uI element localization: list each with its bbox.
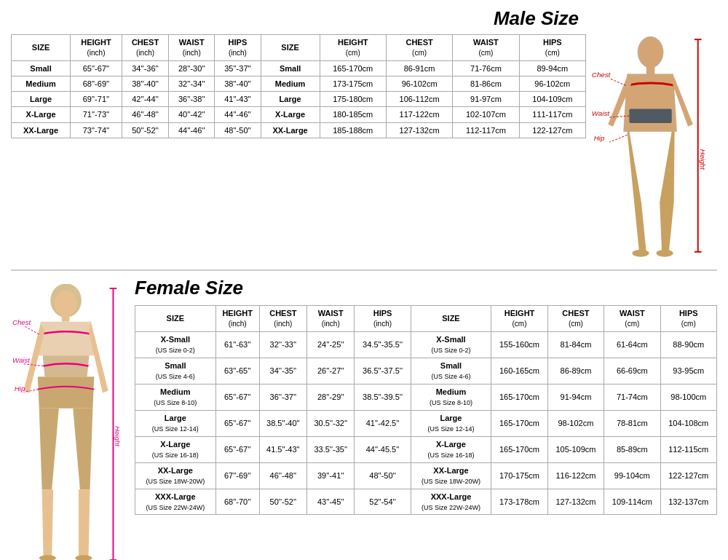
male-cell: 41''-43'' xyxy=(215,92,261,107)
svg-point-21 xyxy=(39,555,56,560)
male-section: Male Size SIZE HEIGHT(inch) CHEST(inch) … xyxy=(11,7,717,262)
male-cell: 71''-73'' xyxy=(71,107,122,122)
female-cell: 165-170cm xyxy=(491,410,547,436)
section-divider xyxy=(11,269,717,271)
male-cell: 32''-34'' xyxy=(169,76,215,91)
female-cell: 112-115cm xyxy=(660,436,716,462)
male-cell: Small xyxy=(261,60,320,76)
female-cell: 61-64cm xyxy=(604,331,660,358)
svg-text:Hip: Hip xyxy=(593,134,604,142)
female-cell: 105-109cm xyxy=(547,436,604,462)
female-cell: 104-108cm xyxy=(660,410,716,436)
female-cell: 36.5''-37.5'' xyxy=(355,358,411,384)
female-cell: 173-178cm xyxy=(491,489,547,515)
male-cell: 48''-50'' xyxy=(215,122,261,138)
male-figure-svg: Chest Waist Hip Height xyxy=(588,29,716,262)
female-cell: 65''-67'' xyxy=(215,436,259,462)
female-cell: XXX-Large(US Size 22W-24W) xyxy=(135,489,216,515)
female-cell: 109-114cm xyxy=(604,489,660,515)
male-table-row: Large69''-71''42''-44''36''-38''41''-43'… xyxy=(12,92,586,107)
male-col-height-inch: HEIGHT(inch) xyxy=(71,35,122,61)
female-cell: 88-90cm xyxy=(660,331,716,358)
female-cell: 34.5''-35.5'' xyxy=(355,331,411,358)
female-cell: 65''-67'' xyxy=(215,410,259,436)
male-cell: 73''-74'' xyxy=(71,122,122,138)
svg-line-23 xyxy=(23,326,39,334)
female-cell: X-Small(US Size 0-2) xyxy=(411,331,491,358)
male-cell: 81-86cm xyxy=(453,76,519,91)
male-table-row: XX-Large73''-74''50''-52''44''-46''48''-… xyxy=(12,122,586,138)
female-col-hips-cm: HIPS(cm) xyxy=(660,306,716,332)
svg-rect-20 xyxy=(62,315,70,322)
svg-point-6 xyxy=(632,250,649,257)
male-table-row: Medium68''-69''38''-40''32''-34''38''-40… xyxy=(12,76,586,91)
svg-point-7 xyxy=(656,250,673,257)
female-cell: 170-175cm xyxy=(491,462,547,489)
female-cell: 78-81cm xyxy=(604,410,660,436)
male-table-row: X-Large71''-73''46''-48''40''-42''44''-4… xyxy=(12,107,586,122)
male-cell: 102-107cm xyxy=(453,107,519,122)
female-cell: 116-122cm xyxy=(547,462,604,489)
female-figure-area: Chest Waist Hip Height xyxy=(11,277,127,560)
female-cell: 67''-69'' xyxy=(215,462,259,489)
female-col-waist-cm: WAIST(cm) xyxy=(604,306,660,332)
male-cell: Large xyxy=(261,92,320,107)
male-cell: 34''-36'' xyxy=(122,60,168,76)
female-cell: 132-137cm xyxy=(660,489,716,515)
male-col-waist-inch: WAIST(inch) xyxy=(169,35,215,61)
male-cell: 111-117cm xyxy=(519,107,585,122)
svg-point-3 xyxy=(638,36,663,68)
male-cell: 28''-30'' xyxy=(169,60,215,76)
male-cell: 96-102cm xyxy=(519,76,585,91)
female-table-area: Female Size SIZE HEIGHT(inch) CHEST(inch… xyxy=(135,277,717,515)
male-cell: 65''-67'' xyxy=(71,60,122,76)
male-col-hips-cm: HIPS(cm) xyxy=(519,35,585,61)
male-table: SIZE HEIGHT(inch) CHEST(inch) WAIST(inch… xyxy=(11,34,586,138)
male-cell: Small xyxy=(12,60,71,76)
female-cell: 71-74cm xyxy=(604,384,660,410)
female-col-chest-cm: CHEST(cm) xyxy=(547,306,604,332)
female-cell: 36''-37'' xyxy=(259,384,306,410)
male-cell: 185-188cm xyxy=(320,122,386,138)
male-cell: 117-122cm xyxy=(386,107,452,122)
male-cell: Medium xyxy=(261,76,320,91)
male-section-title: Male Size xyxy=(11,7,586,30)
female-cell: Small(US Size 4-6) xyxy=(411,358,491,384)
female-cell: 155-160cm xyxy=(491,331,547,358)
female-cell: X-Large(US Size 16-18) xyxy=(411,436,491,462)
male-cell: 38''-40'' xyxy=(215,76,261,91)
female-cell: 38.5''-39.5'' xyxy=(355,384,411,410)
female-col-size-inch: SIZE xyxy=(135,306,216,332)
male-cell: 44''-46'' xyxy=(169,122,215,138)
male-cell: 35''-37'' xyxy=(215,60,261,76)
male-cell: 180-185cm xyxy=(320,107,386,122)
female-table-row: X-Large(US Size 16-18)65''-67''41.5''-43… xyxy=(135,436,717,462)
female-cell: 165-170cm xyxy=(491,384,547,410)
svg-text:Hip: Hip xyxy=(15,384,25,393)
female-cell: Small(US Size 4-6) xyxy=(135,358,216,384)
svg-line-12 xyxy=(609,135,627,142)
male-cell: 104-109cm xyxy=(519,92,585,107)
female-cell: 50''-52'' xyxy=(259,489,306,515)
female-cell: X-Large(US Size 16-18) xyxy=(135,436,216,462)
male-cell: 71-76cm xyxy=(453,60,519,76)
svg-text:Chest: Chest xyxy=(591,71,611,79)
female-table-row: XX-Large(US Size 18W-20W)67''-69''46''-4… xyxy=(135,462,717,489)
female-cell: 28''-29'' xyxy=(307,384,355,410)
female-cell: 85-89cm xyxy=(604,436,660,462)
svg-text:Chest: Chest xyxy=(12,318,32,326)
female-table-row: Large(US Size 12-14)65''-67''38.5''-40''… xyxy=(135,410,717,436)
male-cell: 127-132cm xyxy=(386,122,452,138)
male-col-chest-cm: CHEST(cm) xyxy=(386,35,452,61)
female-cell: 33.5''-35'' xyxy=(307,436,355,462)
female-cell: Medium(US Size 8-10) xyxy=(411,384,491,410)
female-cell: 41.5''-43'' xyxy=(259,436,306,462)
female-cell: 91-94cm xyxy=(547,384,604,410)
male-col-height-cm: HEIGHT(cm) xyxy=(320,35,386,61)
male-cell: X-Large xyxy=(261,107,320,122)
female-cell: 68''-70'' xyxy=(215,489,259,515)
female-cell: 165-170cm xyxy=(491,436,547,462)
male-cell: X-Large xyxy=(12,107,71,122)
male-cell: 50''-52'' xyxy=(122,122,168,138)
female-cell: Large(US Size 12-14) xyxy=(135,410,216,436)
